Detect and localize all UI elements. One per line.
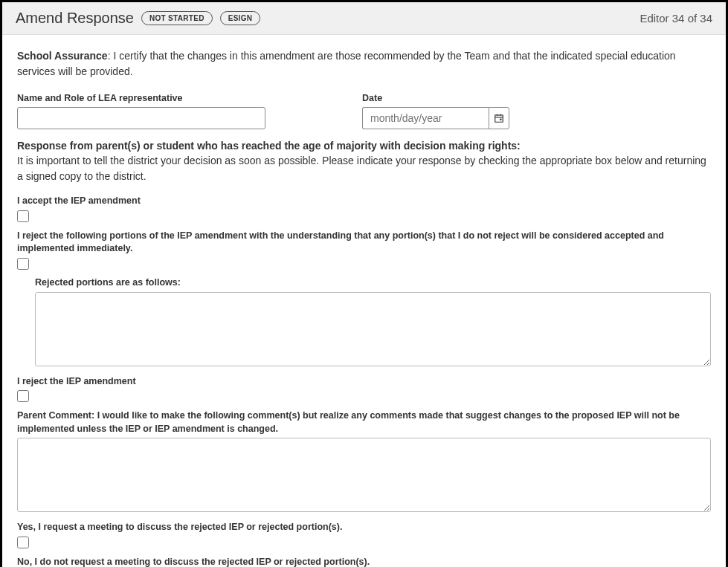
accept-label: I accept the IEP amendment (17, 195, 711, 208)
reject-full-checkbox[interactable] (17, 390, 29, 402)
request-meeting-yes-label: Yes, I request a meeting to discuss the … (17, 521, 711, 534)
date-picker-button[interactable] (489, 107, 509, 129)
accept-block: I accept the IEP amendment (17, 195, 711, 222)
parent-comment-label: Parent Comment: I would like to make the… (17, 409, 711, 435)
editor-header: Amend Response NOT STARTED ESIGN Editor … (2, 2, 726, 35)
page-title: Amend Response (16, 10, 134, 27)
response-heading: Response from parent(s) or student who h… (17, 140, 711, 152)
request-meeting-no-block: No, I do not request a meeting to discus… (17, 556, 711, 568)
reject-portions-block: I reject the following portions of the I… (17, 230, 711, 270)
content-area: School Assurance: I certify that the cha… (2, 35, 726, 567)
header-left: Amend Response NOT STARTED ESIGN (16, 10, 260, 27)
reject-portions-checkbox[interactable] (17, 258, 29, 270)
accept-checkbox[interactable] (17, 210, 29, 222)
lea-group: Name and Role of LEA representative (17, 93, 265, 129)
svg-rect-4 (500, 119, 501, 120)
school-assurance-text: School Assurance: I certify that the cha… (17, 48, 711, 80)
date-input[interactable] (362, 107, 489, 129)
request-meeting-no-label: No, I do not request a meeting to discus… (17, 556, 711, 568)
reject-portions-label: I reject the following portions of the I… (17, 230, 711, 256)
parent-comment-textarea[interactable] (17, 438, 711, 512)
request-meeting-yes-block: Yes, I request a meeting to discuss the … (17, 521, 711, 548)
amend-response-editor: Amend Response NOT STARTED ESIGN Editor … (0, 0, 728, 567)
status-badge: NOT STARTED (141, 11, 213, 25)
lea-label: Name and Role of LEA representative (17, 93, 265, 103)
lea-input[interactable] (17, 107, 265, 129)
editor-count: Editor 34 of 34 (640, 12, 712, 25)
assurance-body: : I certify that the changes in this ame… (17, 50, 676, 77)
reject-full-block: I reject the IEP amendment (17, 375, 711, 403)
reject-full-label: I reject the IEP amendment (17, 375, 711, 389)
date-label: Date (362, 93, 509, 103)
esign-badge[interactable]: ESIGN (220, 11, 261, 25)
request-meeting-yes-checkbox[interactable] (17, 537, 29, 548)
assurance-label: School Assurance (17, 50, 108, 62)
parent-comment-block: Parent Comment: I would like to make the… (17, 409, 711, 512)
rejected-portions-textarea[interactable] (35, 292, 711, 366)
date-wrapper (362, 107, 509, 129)
response-text: It is important to tell the district you… (17, 153, 711, 184)
date-group: Date (362, 93, 509, 129)
rejected-portions-group: Rejected portions are as follows: (35, 277, 711, 366)
svg-rect-0 (495, 115, 503, 122)
rejected-portions-sublabel: Rejected portions are as follows: (35, 277, 711, 288)
calendar-icon (494, 113, 504, 123)
form-row: Name and Role of LEA representative Date (17, 93, 711, 129)
